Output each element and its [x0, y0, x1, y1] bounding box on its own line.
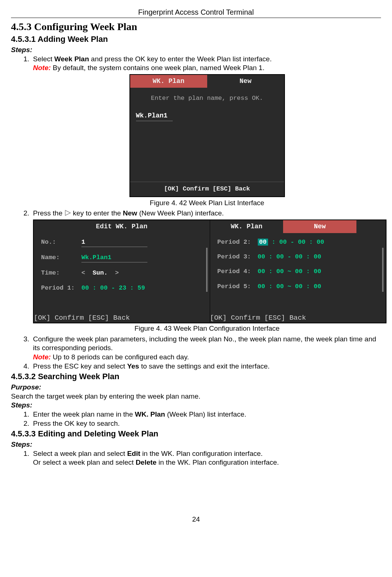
steps-list-adding: Select Week Plan and press the OK key to…	[22, 55, 381, 371]
tab-new[interactable]: New	[207, 75, 284, 88]
period5-value[interactable]: 00 : 00 ~ 00 : 00	[258, 283, 321, 291]
plan-name-input[interactable]: Wk.Plan1	[136, 112, 173, 121]
section-heading-4532: 4.5.3.2 Searching Week Plan	[11, 371, 381, 382]
step-a2: Press the key to enter the New (New Week…	[31, 209, 381, 333]
step-a3: Configure the week plan parameters, incl…	[31, 335, 381, 362]
no-value[interactable]: 1	[81, 238, 147, 247]
page-number: 24	[11, 515, 381, 524]
note-label: Note:	[33, 353, 51, 361]
steps-list-searching: Enter the week plan name in the WK. Plan…	[22, 410, 381, 428]
period1-value[interactable]: 00 : 00 - 23 : 59	[81, 284, 145, 292]
edit-wk-plan-panel: Edit WK. Plan No.: 1 Name: Wk.Plan1 Time…	[34, 220, 210, 323]
period3-value[interactable]: 00 : 00 - 00 : 00	[258, 253, 321, 261]
right-triangle-icon	[65, 209, 71, 217]
instruction-text: Enter the plan name, press OK.	[136, 94, 278, 102]
scrollbar[interactable]	[206, 248, 208, 292]
footer-hints: [OK] Confirm [ESC] Back	[210, 313, 386, 323]
week-plan-config-screenshot: Edit WK. Plan No.: 1 Name: Wk.Plan1 Time…	[33, 219, 386, 323]
period5-label: Period 5:	[217, 283, 258, 291]
figure-42-caption: Figure 4. 42 Week Plan List Interface	[33, 199, 381, 208]
tab-wk-plan[interactable]: WK. Plan	[130, 75, 207, 88]
period2-label: Period 2:	[217, 238, 258, 246]
section-heading-4533: 4.5.3.3 Editing and Deleting Week Plan	[11, 429, 381, 439]
section-heading-453: 4.5.3 Configuring Week Plan	[11, 20, 381, 33]
time-selector[interactable]: < Sun. >	[81, 269, 119, 277]
note-label: Note:	[33, 64, 51, 72]
doc-header: Fingerprint Access Control Terminal	[11, 7, 381, 18]
step-a4: Press the ESC key and select Yes to save…	[31, 362, 381, 371]
step-a1: Select Week Plan and press the OK key to…	[31, 55, 381, 208]
period2-value[interactable]: 00 : 00 - 00 : 00	[258, 238, 324, 246]
tab-bar: WK. Plan New	[130, 75, 284, 88]
period1-label: Period 1:	[41, 284, 81, 292]
period3-label: Period 3:	[217, 253, 258, 261]
time-label: Time:	[41, 269, 81, 277]
purpose-text: Search the target week plan by entering …	[11, 392, 381, 401]
name-label: Name:	[41, 254, 81, 262]
steps-label: Steps:	[11, 401, 381, 410]
step-b1: Enter the week plan name in the WK. Plan…	[31, 410, 381, 419]
steps-list-editing: Select a week plan and select Edit in th…	[22, 449, 381, 467]
new-wk-plan-panel: WK. Plan New Period 2: 00 : 00 - 00 : 00…	[210, 220, 386, 323]
step-b2: Press the OK key to search.	[31, 419, 381, 428]
week-plan-list-screenshot: WK. Plan New Enter the plan name, press …	[129, 74, 285, 197]
purpose-label: Purpose:	[11, 383, 381, 392]
tab-bar: WK. Plan New	[210, 220, 386, 233]
period4-label: Period 4:	[217, 268, 258, 276]
svg-marker-0	[65, 210, 70, 215]
footer-hints: [OK] Confirm [ESC] Back	[130, 182, 284, 196]
figure-43-caption: Figure 4. 43 Week Plan Configuration Int…	[33, 324, 381, 333]
no-label: No.:	[41, 238, 81, 246]
section-heading-4531: 4.5.3.1 Adding Week Plan	[11, 34, 381, 45]
step-c1: Select a week plan and select Edit in th…	[31, 449, 381, 467]
steps-label: Steps:	[11, 46, 381, 55]
panel-title: Edit WK. Plan	[34, 220, 210, 233]
period4-value[interactable]: 00 : 00 ~ 00 : 00	[258, 268, 321, 276]
tab-new[interactable]: New	[283, 220, 356, 233]
name-value[interactable]: Wk.Plan1	[81, 254, 111, 261]
tab-wk-plan[interactable]: WK. Plan	[210, 220, 283, 233]
footer-hints: [OK] Confirm [ESC] Back	[34, 313, 210, 323]
scrollbar[interactable]	[382, 248, 384, 292]
steps-label: Steps:	[11, 440, 381, 449]
